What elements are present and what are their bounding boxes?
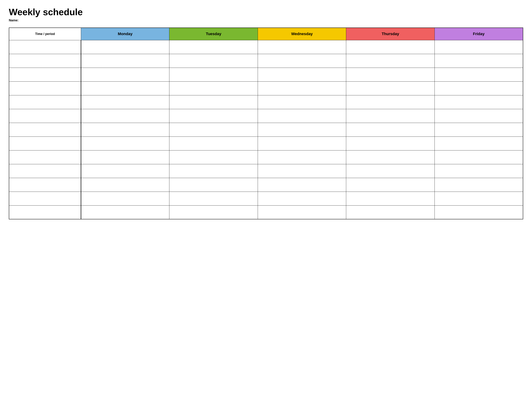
table-row [9, 95, 523, 109]
tuesday-cell[interactable] [169, 164, 258, 178]
thursday-cell[interactable] [346, 81, 435, 95]
thursday-cell[interactable] [346, 40, 435, 54]
friday-cell[interactable] [434, 40, 523, 54]
monday-cell[interactable] [81, 68, 169, 81]
thursday-cell[interactable] [346, 192, 435, 205]
wednesday-cell[interactable] [258, 123, 346, 136]
monday-cell[interactable] [81, 123, 169, 136]
monday-cell[interactable] [81, 54, 169, 68]
friday-cell[interactable] [434, 95, 523, 109]
friday-cell[interactable] [434, 192, 523, 205]
header-wednesday: Wednesday [258, 28, 346, 40]
table-row [9, 205, 523, 219]
monday-cell[interactable] [81, 81, 169, 95]
thursday-cell[interactable] [346, 109, 435, 123]
monday-cell[interactable] [81, 136, 169, 150]
monday-cell[interactable] [81, 178, 169, 192]
table-row [9, 136, 523, 150]
monday-cell[interactable] [81, 109, 169, 123]
tuesday-cell[interactable] [169, 81, 258, 95]
tuesday-cell[interactable] [169, 123, 258, 136]
wednesday-cell[interactable] [258, 136, 346, 150]
table-row [9, 123, 523, 136]
table-row [9, 68, 523, 81]
thursday-cell[interactable] [346, 150, 435, 164]
thursday-cell[interactable] [346, 54, 435, 68]
wednesday-cell[interactable] [258, 178, 346, 192]
wednesday-cell[interactable] [258, 150, 346, 164]
time-cell[interactable] [9, 109, 81, 123]
time-cell[interactable] [9, 123, 81, 136]
wednesday-cell[interactable] [258, 40, 346, 54]
tuesday-cell[interactable] [169, 68, 258, 81]
friday-cell[interactable] [434, 81, 523, 95]
table-row [9, 109, 523, 123]
time-cell[interactable] [9, 54, 81, 68]
wednesday-cell[interactable] [258, 95, 346, 109]
time-cell[interactable] [9, 150, 81, 164]
wednesday-cell[interactable] [258, 68, 346, 81]
weekly-schedule-table: Time / period Monday Tuesday Wednesday T… [9, 28, 523, 219]
table-row [9, 40, 523, 54]
monday-cell[interactable] [81, 192, 169, 205]
monday-cell[interactable] [81, 40, 169, 54]
thursday-cell[interactable] [346, 123, 435, 136]
wednesday-cell[interactable] [258, 205, 346, 219]
thursday-cell[interactable] [346, 95, 435, 109]
friday-cell[interactable] [434, 109, 523, 123]
monday-cell[interactable] [81, 150, 169, 164]
monday-cell[interactable] [81, 95, 169, 109]
tuesday-cell[interactable] [169, 136, 258, 150]
table-row [9, 164, 523, 178]
friday-cell[interactable] [434, 123, 523, 136]
header-thursday: Thursday [346, 28, 435, 40]
friday-cell[interactable] [434, 54, 523, 68]
table-row [9, 150, 523, 164]
thursday-cell[interactable] [346, 164, 435, 178]
header-friday: Friday [434, 28, 523, 40]
thursday-cell[interactable] [346, 205, 435, 219]
time-cell[interactable] [9, 192, 81, 205]
tuesday-cell[interactable] [169, 40, 258, 54]
name-label: Name: [9, 19, 523, 22]
friday-cell[interactable] [434, 136, 523, 150]
friday-cell[interactable] [434, 178, 523, 192]
tuesday-cell[interactable] [169, 109, 258, 123]
time-cell[interactable] [9, 81, 81, 95]
thursday-cell[interactable] [346, 178, 435, 192]
page-title: Weekly schedule [9, 7, 523, 17]
tuesday-cell[interactable] [169, 95, 258, 109]
friday-cell[interactable] [434, 150, 523, 164]
table-row [9, 54, 523, 68]
wednesday-cell[interactable] [258, 109, 346, 123]
thursday-cell[interactable] [346, 136, 435, 150]
time-cell[interactable] [9, 95, 81, 109]
monday-cell[interactable] [81, 164, 169, 178]
header-time: Time / period [9, 28, 81, 40]
tuesday-cell[interactable] [169, 192, 258, 205]
wednesday-cell[interactable] [258, 164, 346, 178]
schedule-body [9, 40, 523, 219]
time-cell[interactable] [9, 178, 81, 192]
friday-cell[interactable] [434, 68, 523, 81]
wednesday-cell[interactable] [258, 192, 346, 205]
time-cell[interactable] [9, 164, 81, 178]
friday-cell[interactable] [434, 205, 523, 219]
tuesday-cell[interactable] [169, 178, 258, 192]
header-row: Time / period Monday Tuesday Wednesday T… [9, 28, 523, 40]
tuesday-cell[interactable] [169, 205, 258, 219]
tuesday-cell[interactable] [169, 54, 258, 68]
time-cell[interactable] [9, 40, 81, 54]
time-cell[interactable] [9, 205, 81, 219]
time-cell[interactable] [9, 136, 81, 150]
friday-cell[interactable] [434, 164, 523, 178]
monday-cell[interactable] [81, 205, 169, 219]
wednesday-cell[interactable] [258, 54, 346, 68]
tuesday-cell[interactable] [169, 150, 258, 164]
time-cell[interactable] [9, 68, 81, 81]
wednesday-cell[interactable] [258, 81, 346, 95]
table-row [9, 178, 523, 192]
thursday-cell[interactable] [346, 68, 435, 81]
header-tuesday: Tuesday [169, 28, 258, 40]
table-row [9, 192, 523, 205]
